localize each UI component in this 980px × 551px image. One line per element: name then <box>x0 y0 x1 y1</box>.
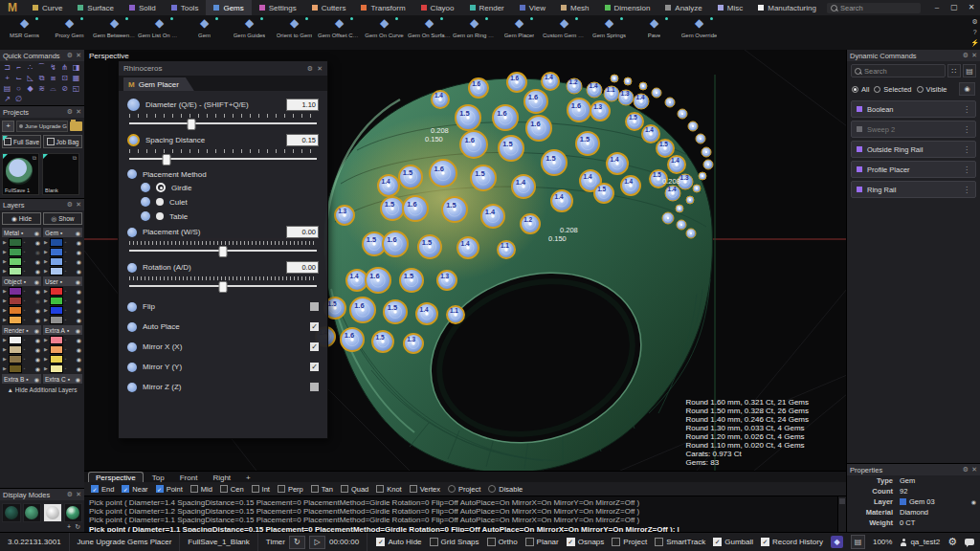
gem[interactable]: 1.4 <box>432 91 449 108</box>
expand-arrow-icon[interactable]: ▶ <box>44 298 48 303</box>
osnap-quad[interactable]: Quad <box>341 485 368 494</box>
layer-row[interactable]: ▶▪◉ <box>43 344 82 354</box>
expand-arrow-icon[interactable]: ▶ <box>3 356 7 362</box>
gem[interactable]: 1.5 <box>399 165 422 188</box>
tool-gem-on-surface[interactable]: ◆Gem On Surface <box>407 15 452 50</box>
file-name-label[interactable]: FullSave_1_Blank <box>180 533 257 551</box>
gem[interactable]: 1.6 <box>493 105 518 130</box>
layer-row[interactable]: ▶▪◉ <box>43 266 82 276</box>
gem[interactable]: 1.6 <box>460 131 487 158</box>
project-thumbnail[interactable]: ⧉Blank <box>42 153 79 195</box>
layer-row[interactable]: ▶▪◉ <box>43 237 82 247</box>
gem[interactable]: 1.5 <box>400 269 423 292</box>
eye-icon[interactable]: ◉ <box>77 258 81 265</box>
lock-icon[interactable]: ▪ <box>24 278 26 285</box>
kebab-menu-icon[interactable]: ⋮ <box>963 105 970 114</box>
layer-row[interactable]: ▶▪◉ <box>43 296 82 305</box>
layer-group-header[interactable]: Extra A▪◉ <box>43 325 82 335</box>
gem[interactable]: 1.4 <box>587 82 602 99</box>
command-history[interactable]: Pick point ( Diameter=1.4 SpacingDistanc… <box>84 496 847 533</box>
quick-command-icon[interactable]: ▤ <box>3 84 11 93</box>
gear-icon[interactable]: ⚙ <box>307 65 313 73</box>
gem[interactable]: 1.4 <box>665 186 680 202</box>
dynamic-command-outside-ring-rail[interactable]: Outside Ring Rail⋮ <box>851 141 976 158</box>
lock-icon[interactable]: ▪ <box>60 278 62 285</box>
copy-icon[interactable]: ⧉ <box>73 155 77 162</box>
visibility-eye-button[interactable]: ◉ <box>959 82 975 96</box>
gear-icon[interactable]: ⚙ <box>963 466 969 474</box>
menu-analyze[interactable]: Analyze <box>657 0 709 15</box>
quick-command-icon[interactable]: ⌙ <box>14 74 23 82</box>
quick-command-icon[interactable]: ⋔ <box>60 63 69 72</box>
lock-icon[interactable]: ▪ <box>24 288 26 294</box>
osnap-mid[interactable]: Mid <box>190 485 212 494</box>
gem[interactable]: 1.5 <box>372 331 393 352</box>
expand-arrow-icon[interactable]: ▶ <box>44 365 48 371</box>
quick-command-icon[interactable]: ◱ <box>72 84 80 93</box>
gear-icon[interactable]: ⚙ <box>67 108 73 116</box>
quick-command-icon[interactable]: + <box>3 74 11 82</box>
gem[interactable]: 1.5 <box>657 140 674 157</box>
osnap-int[interactable]: Int <box>252 485 270 494</box>
tool-gem-offset-curve[interactable]: ◆Gem Offset Curve <box>317 15 362 50</box>
add-display-mode-button[interactable]: + <box>67 523 71 531</box>
zoom-level[interactable]: 100% <box>873 538 892 546</box>
diameter-value[interactable]: 1.10 <box>286 99 319 111</box>
lock-icon[interactable]: ▪ <box>65 298 67 303</box>
layer-group-header[interactable]: Object▪◉ <box>2 276 41 286</box>
folder-icon[interactable] <box>70 121 82 131</box>
quick-command-icon[interactable]: ⊘ <box>60 84 69 93</box>
expand-arrow-icon[interactable]: ▶ <box>3 317 7 322</box>
rotation-value[interactable]: 0.00 <box>286 261 319 274</box>
expand-arrow-icon[interactable]: ▶ <box>3 258 7 264</box>
eye-icon[interactable]: ◉ <box>35 288 40 295</box>
lock-icon[interactable]: ▪ <box>65 346 67 352</box>
diameter-slider[interactable] <box>129 119 317 128</box>
layer-row[interactable]: ▶▪◉ <box>43 256 82 266</box>
gem[interactable]: 1.5 <box>499 136 523 161</box>
gem[interactable]: 1.1 <box>447 306 464 323</box>
gear-icon[interactable]: ⚙ <box>67 52 73 59</box>
dynamic-command-boolean[interactable]: Boolean⋮ <box>851 100 976 118</box>
kebab-menu-icon[interactable]: ⋮ <box>963 186 970 194</box>
gem[interactable] <box>677 220 686 230</box>
layer-row[interactable]: ▶▪◉ <box>2 237 41 247</box>
gem[interactable]: 1.4 <box>551 190 572 211</box>
eye-icon[interactable]: ◉ <box>35 268 40 275</box>
eye-icon[interactable]: ◉ <box>77 337 81 343</box>
quick-command-icon[interactable]: ⧉ <box>37 74 46 82</box>
eye-icon[interactable]: ◉ <box>34 230 39 236</box>
gem[interactable] <box>688 121 698 131</box>
gear-icon[interactable]: ⚙ <box>67 201 73 209</box>
gem[interactable]: 1.3 <box>404 334 423 353</box>
quick-command-icon[interactable]: ⊡ <box>60 74 69 82</box>
tool-msr-gems[interactable]: ◆MSR Gems <box>2 15 47 50</box>
tool-gem-list-on-curve[interactable]: ◆Gem List On Curve <box>137 15 182 50</box>
close-icon[interactable]: ✕ <box>76 108 81 116</box>
gem[interactable] <box>686 196 694 204</box>
tool-gem[interactable]: ◆Gem <box>182 15 227 50</box>
status-toggle-planar[interactable]: Planar <box>525 538 559 546</box>
lock-icon[interactable]: ▪ <box>24 239 26 245</box>
layer-group-header[interactable]: Render▪◉ <box>2 325 41 335</box>
close-icon[interactable]: ✕ <box>971 466 977 474</box>
placement-slider[interactable] <box>129 246 317 255</box>
expand-arrow-icon[interactable]: ▶ <box>44 346 48 352</box>
eye-icon[interactable]: ◉ <box>34 278 39 285</box>
expand-arrow-icon[interactable]: ▶ <box>44 307 48 313</box>
tool-gem-guides[interactable]: ◆Gem Guides <box>227 15 272 50</box>
tool-orient-to-gem[interactable]: ◆Orient to Gem <box>272 15 317 50</box>
expand-arrow-icon[interactable]: ▶ <box>44 258 48 264</box>
status-toggle-osnaps[interactable]: ✓Osnaps <box>567 538 605 546</box>
expand-arrow-icon[interactable]: ▶ <box>44 249 48 254</box>
layer-row[interactable]: ▶▪◉ <box>43 305 82 315</box>
expand-arrow-icon[interactable]: ▶ <box>3 307 7 313</box>
lock-icon[interactable]: ▪ <box>60 230 62 236</box>
expand-arrow-icon[interactable]: ▶ <box>3 365 7 371</box>
status-toggle-record-history[interactable]: ✓Record History <box>761 538 823 546</box>
gem[interactable]: 1.4 <box>346 270 368 291</box>
eye-icon[interactable]: ◉ <box>35 346 40 353</box>
tool-pave[interactable]: ◆Pave <box>632 15 677 50</box>
lock-icon[interactable]: ▪ <box>24 346 26 352</box>
menu-view[interactable]: View <box>512 0 553 15</box>
